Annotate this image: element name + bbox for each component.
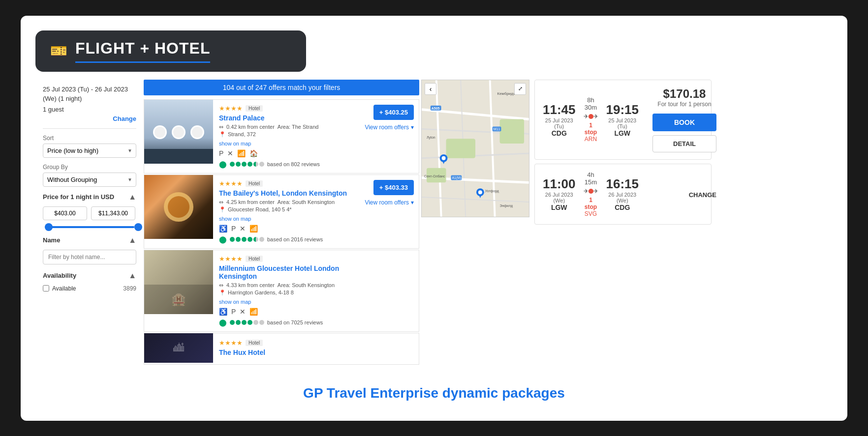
map-container[interactable]: ‹ ⤢ xyxy=(421,80,529,217)
hotel-price-btn-2[interactable]: + $403.33 xyxy=(373,180,414,195)
range-thumb-left[interactable] xyxy=(45,223,53,231)
hotel-image-1 xyxy=(144,100,213,164)
tripadvisor-icon-1: ⬤ xyxy=(219,160,227,168)
hotel-area-3: Area: South Kensington xyxy=(278,282,335,288)
view-rooms-btn-1[interactable]: View room offers ▾ xyxy=(365,124,414,131)
name-section-label: Name xyxy=(43,236,60,244)
available-count: 3899 xyxy=(123,285,136,292)
sidebar-dates: 25 Jul 2023 (Tu) - 26 Jul 2023 xyxy=(43,85,136,94)
return-middle: 4h 15m ✈ ✈ 1 stop SVG xyxy=(579,171,603,217)
price-label: For tour for 1 person xyxy=(652,101,716,108)
main-layout: 25 Jul 2023 (Tu) - 26 Jul 2023 (We) (1 n… xyxy=(35,80,833,366)
hotel-meta-2: ⇔ 4.25 km from center Area: South Kensin… xyxy=(219,199,349,205)
hotel-address-1: 📍 Strand, 372 xyxy=(219,131,349,138)
return-dep-time: 11:00 xyxy=(543,176,576,192)
group-select-wrap: Without Grouping ▼ xyxy=(43,173,136,187)
offers-bar: 104 out of 247 offers match your filters xyxy=(144,80,419,95)
group-label: Group By xyxy=(43,164,136,171)
hotel-distance-3: 4.33 km from center xyxy=(226,282,275,288)
return-line: ✈ ✈ xyxy=(584,188,598,195)
amenity-access-2: ♿ xyxy=(219,225,227,233)
return-arrival: 16:15 26 Jul 2023 (We) CDG xyxy=(606,176,639,211)
hotel-card-2: ★★★★ Hotel The Bailey's Hotel, London Ke… xyxy=(144,174,419,249)
footer-title: GP Travel Enterprise dynamic packages xyxy=(35,385,833,401)
hotel-pin-icon-3: 📍 xyxy=(219,290,226,296)
outbound-duration: 8h 30m xyxy=(584,96,598,111)
hotel-name-filter[interactable] xyxy=(43,250,136,264)
hotel-info-1: ★★★★ Hotel Strand Palace ⇔ 0.42 km from … xyxy=(213,100,355,173)
hotel-price-btn-1[interactable]: + $403.25 xyxy=(373,105,414,120)
hotel-pin-icon-2: 📍 xyxy=(219,206,226,213)
hotel-stars-row-3: ★★★★ Hotel xyxy=(219,255,349,262)
hotel-distance-icon-1: ⇔ xyxy=(219,124,223,130)
hotel-name-2[interactable]: The Bailey's Hotel, London Kensington xyxy=(219,189,349,197)
hotel-price-col-2: + $403.33 View room offers ▾ xyxy=(355,175,419,248)
available-label[interactable]: Available xyxy=(43,285,76,292)
available-checkbox[interactable] xyxy=(43,285,49,291)
hotel-address-text-3: Harrington Gardens, 4-18 8 xyxy=(228,290,294,295)
amenity-nosmoking-2: ✕ xyxy=(240,225,246,233)
rdot-3-1 xyxy=(230,320,235,325)
outbound-arr-time: 19:15 xyxy=(606,102,639,117)
show-map-1[interactable]: show on map xyxy=(219,141,251,146)
change-link[interactable]: CHANGE xyxy=(652,191,716,199)
hotel-address-text-1: Strand, 372 xyxy=(228,131,256,137)
amenity-hotel-1: 🏠 xyxy=(249,149,258,157)
hotel-name-3[interactable]: Millennium Gloucester Hotel London Kensi… xyxy=(219,264,349,280)
hotel-image-3: 🏨 xyxy=(144,250,213,314)
view-rooms-btn-2[interactable]: View room offers ▾ xyxy=(365,199,414,206)
book-button[interactable]: BOOK xyxy=(652,114,716,131)
price-min-input[interactable] xyxy=(43,206,87,220)
flight-info-section: 11:45 25 Jul 2023 (Tu) CDG 8h 30m ✈ xyxy=(534,80,712,366)
rdot-1-5 xyxy=(253,162,258,167)
name-section-header: Name ▲ xyxy=(43,236,136,245)
svg-point-28 xyxy=(478,190,482,194)
hotel-distance-1: 0.42 km from center xyxy=(226,124,275,130)
review-dots-2 xyxy=(230,237,264,242)
svg-text:Уотфорд: Уотфорд xyxy=(485,189,499,193)
map-back-button[interactable]: ‹ xyxy=(425,83,436,95)
rdot-3-2 xyxy=(236,320,241,325)
hotel-name-1[interactable]: Strand Palace xyxy=(219,114,349,122)
svg-text:Сент-Олбанс: Сент-Олбанс xyxy=(424,174,445,178)
range-thumb-right[interactable] xyxy=(134,223,142,231)
group-select[interactable]: Without Grouping xyxy=(43,173,136,187)
price-toggle-icon[interactable]: ▲ xyxy=(128,193,136,202)
show-map-3[interactable]: show on map xyxy=(219,299,251,305)
show-map-2[interactable]: show on map xyxy=(219,216,251,222)
availability-toggle-icon[interactable]: ▲ xyxy=(128,271,136,280)
svg-text:Энфилд: Энфилд xyxy=(500,203,513,207)
banner-title: FLIGHT + HOTEL xyxy=(75,39,210,58)
name-toggle-icon[interactable]: ▲ xyxy=(128,236,136,245)
range-slider[interactable] xyxy=(43,226,136,228)
hotel-distance-2: 4.25 km from center xyxy=(226,199,275,205)
reviews-count-3: based on 7025 reviews xyxy=(267,320,323,325)
view-rooms-arrow-1: ▾ xyxy=(411,124,414,131)
reviews-count-2: based on 2016 reviews xyxy=(267,236,323,242)
price-section-header: Price for 1 night in USD ▲ xyxy=(43,193,136,202)
return-departure: 11:00 26 Jul 2023 (We) LGW xyxy=(543,176,576,211)
detail-button[interactable]: DETAIL xyxy=(652,135,716,152)
big-price: $170.18 xyxy=(652,87,716,101)
hotel-type-3: Hotel xyxy=(246,256,263,262)
outbound-dep-time: 11:45 xyxy=(543,102,576,117)
rdot-2-2 xyxy=(236,237,241,242)
change-button[interactable]: Change xyxy=(43,115,136,122)
hotel-name-4[interactable]: The Hux Hotel xyxy=(219,349,413,356)
reviews-count-1: based on 802 reviews xyxy=(267,161,320,167)
outbound-arr-date: 25 Jul 2023 (Tu) xyxy=(606,117,639,129)
price-max-input[interactable] xyxy=(91,206,135,220)
rdot-1-1 xyxy=(230,162,235,167)
return-stop-label: 1 stop xyxy=(584,197,598,210)
hotel-card-1: ★★★★ Hotel Strand Palace ⇔ 0.42 km from … xyxy=(144,99,419,174)
sort-select[interactable]: Price (low to high) xyxy=(43,144,136,158)
hotel-type-4: Hotel xyxy=(246,340,263,346)
svg-rect-10 xyxy=(500,119,525,144)
map-expand-button[interactable]: ⤢ xyxy=(514,83,526,95)
amenities-row-1: P ✕ 📶 🏠 xyxy=(219,149,349,157)
rdot-2-3 xyxy=(242,237,247,242)
hotel-address-2: 📍 Gloucester Road, 140 5 4* xyxy=(219,206,349,213)
hotel-pin-icon-1: 📍 xyxy=(219,131,226,138)
hotel-type-1: Hotel xyxy=(246,105,263,112)
hotel-stars-row-4: ★★★★ Hotel xyxy=(219,339,413,347)
